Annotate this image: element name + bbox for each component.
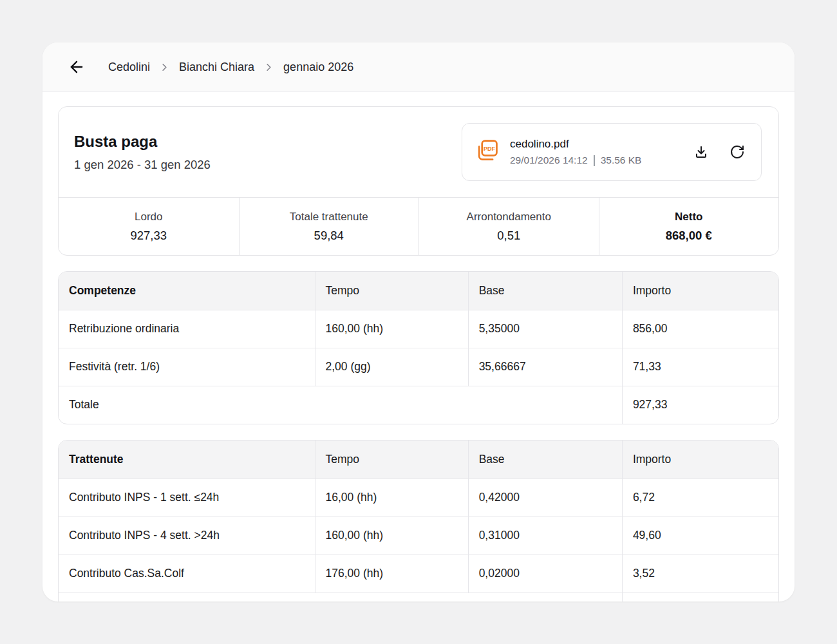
- cell-base: 0,42000: [468, 478, 622, 516]
- cell-base: 35,66667: [468, 348, 622, 386]
- file-name: cedolino.pdf: [510, 138, 641, 151]
- cell-total-label: Totale: [59, 386, 622, 424]
- file-actions: [693, 144, 746, 160]
- column-header-base: Base: [468, 440, 622, 478]
- cell-tempo: 2,00 (gg): [315, 348, 468, 386]
- summary-row: Lordo 927,33 Totale trattenute 59,84 Arr…: [59, 197, 778, 255]
- summary-cell-netto: Netto 868,00 €: [599, 198, 779, 255]
- svg-text:PDF: PDF: [484, 146, 496, 152]
- page-title: Busta paga: [74, 133, 211, 151]
- cell-total-importo: 927,33: [622, 386, 778, 424]
- summary-cell-totale-trattenute: Totale trattenute 59,84: [239, 198, 419, 255]
- cell-label: Festività (retr. 1/6): [59, 348, 315, 386]
- cell-label: Retribuzione ordinaria: [59, 310, 315, 348]
- column-header-tempo: Tempo: [315, 440, 468, 478]
- cell-total-importo: [622, 592, 778, 601]
- table-row: Contributo INPS - 1 sett. ≤24h 16,00 (hh…: [59, 478, 778, 516]
- table-total-row: Totale 927,33: [59, 386, 778, 424]
- cell-importo: 6,72: [622, 478, 778, 516]
- cell-importo: 856,00: [622, 310, 778, 348]
- cell-importo: 49,60: [622, 516, 778, 554]
- table-row: Festività (retr. 1/6) 2,00 (gg) 35,66667…: [59, 348, 778, 386]
- pdf-file-card: PDF cedolino.pdf 29/01/2026 14:12 35.56 …: [462, 123, 762, 181]
- file-datetime: 29/01/2026 14:12: [510, 155, 588, 166]
- cell-base: 0,02000: [468, 554, 622, 592]
- table-header-row: Trattenute Tempo Base Importo: [59, 440, 778, 478]
- cell-tempo: 160,00 (hh): [315, 516, 468, 554]
- breadcrumb-item-gennaio-2026: gennaio 2026: [283, 61, 353, 74]
- payslip-content: Busta paga 1 gen 2026 - 31 gen 2026 PDF …: [42, 92, 795, 601]
- column-header-trattenute: Trattenute: [59, 440, 315, 478]
- table-total-row: [59, 592, 778, 601]
- table-header-row: Competenze Tempo Base Importo: [59, 272, 778, 310]
- summary-label: Totale trattenute: [290, 211, 368, 223]
- breadcrumb-item-bianchi-chiara[interactable]: Bianchi Chiara: [179, 61, 254, 74]
- cell-importo: 71,33: [622, 348, 778, 386]
- pay-period: 1 gen 2026 - 31 gen 2026: [74, 158, 211, 172]
- table-row: Retribuzione ordinaria 160,00 (hh) 5,350…: [59, 310, 778, 348]
- column-header-importo: Importo: [622, 440, 778, 478]
- chevron-right-icon: [263, 61, 275, 73]
- summary-label: Netto: [675, 211, 702, 223]
- title-block: Busta paga 1 gen 2026 - 31 gen 2026: [74, 133, 211, 172]
- pdf-file-icon: PDF: [474, 137, 500, 167]
- column-header-importo: Importo: [622, 272, 778, 310]
- summary-label: Lordo: [135, 211, 162, 223]
- download-button[interactable]: [693, 144, 710, 160]
- back-button[interactable]: [67, 57, 86, 77]
- cell-base: 5,35000: [468, 310, 622, 348]
- summary-value: 927,33: [130, 229, 167, 243]
- breadcrumb-bar: Cedolini Bianchi Chiara gennaio 2026: [42, 43, 795, 92]
- table-row: Contributo INPS - 4 sett. >24h 160,00 (h…: [59, 516, 778, 554]
- payslip-header-card: Busta paga 1 gen 2026 - 31 gen 2026 PDF …: [58, 106, 779, 256]
- competenze-table: Competenze Tempo Base Importo Retribuzio…: [59, 272, 778, 424]
- cell-tempo: 160,00 (hh): [315, 310, 468, 348]
- cell-tempo: 176,00 (hh): [315, 554, 468, 592]
- summary-value: 59,84: [314, 229, 344, 243]
- competenze-table-card: Competenze Tempo Base Importo Retribuzio…: [58, 271, 779, 424]
- cell-label: Contributo INPS - 4 sett. >24h: [59, 516, 315, 554]
- file-info: cedolino.pdf 29/01/2026 14:12 35.56 KB: [510, 138, 641, 166]
- summary-cell-arrontondamento: Arrontondamento 0,51: [418, 198, 599, 255]
- file-meta: 29/01/2026 14:12 35.56 KB: [510, 155, 641, 166]
- refresh-icon: [729, 144, 745, 160]
- trattenute-table-card: Trattenute Tempo Base Importo Contributo…: [58, 440, 779, 601]
- trattenute-table: Trattenute Tempo Base Importo Contributo…: [59, 440, 778, 601]
- cell-base: 0,31000: [468, 516, 622, 554]
- summary-value: 0,51: [497, 229, 520, 243]
- column-header-base: Base: [468, 272, 622, 310]
- file-size: 35.56 KB: [601, 155, 642, 166]
- chevron-right-icon: [158, 61, 171, 73]
- summary-cell-lordo: Lordo 927,33: [59, 198, 239, 255]
- cell-label: Contributo INPS - 1 sett. ≤24h: [59, 478, 315, 516]
- summary-value: 868,00 €: [666, 229, 712, 243]
- column-header-competenze: Competenze: [59, 272, 315, 310]
- meta-divider: [594, 155, 595, 166]
- download-icon: [693, 144, 709, 160]
- cell-tempo: 16,00 (hh): [315, 478, 468, 516]
- summary-label: Arrontondamento: [467, 211, 551, 223]
- cell-label: Contributo Cas.Sa.Colf: [59, 554, 315, 592]
- payslip-page-card: Cedolini Bianchi Chiara gennaio 2026 Bus…: [42, 43, 795, 601]
- column-header-tempo: Tempo: [315, 272, 468, 310]
- cell-importo: 3,52: [622, 554, 778, 592]
- breadcrumb-item-cedolini[interactable]: Cedolini: [108, 61, 150, 74]
- table-row: Contributo Cas.Sa.Colf 176,00 (hh) 0,020…: [59, 554, 778, 592]
- breadcrumb: Cedolini Bianchi Chiara gennaio 2026: [108, 61, 353, 74]
- payslip-header-top: Busta paga 1 gen 2026 - 31 gen 2026 PDF …: [59, 107, 778, 197]
- arrow-left-icon: [68, 58, 86, 76]
- cell-total-label: [59, 592, 622, 601]
- refresh-button[interactable]: [729, 144, 746, 160]
